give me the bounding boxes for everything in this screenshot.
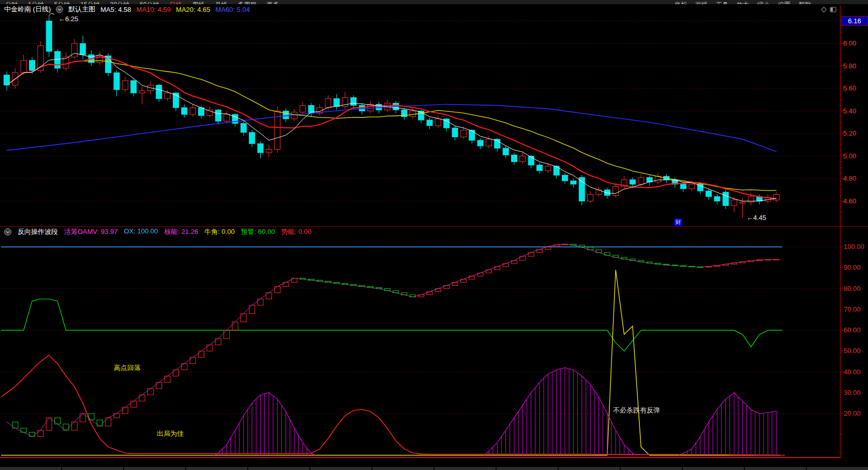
indicator-name[interactable]: 反向操作波段 [18,227,58,237]
oamv-boxes [12,244,780,437]
scrollbar-segment[interactable] [683,467,744,470]
time-axis: 2023/07/27/四 91011 日线 [0,458,868,467]
ma-value-label: MA5: 4.58 [100,6,131,13]
indicator-values: 活筹OAMV: 93.97OX: 100.00核能: 21.26牛角: 0.00… [64,227,311,237]
scrollbar-segment[interactable] [621,467,682,470]
main-layout-label[interactable]: 默认主图 [68,5,95,14]
scrollbar-segment[interactable] [559,467,620,470]
ma-legend: MA5: 4.58MA10: 4.59MA20: 4.65MA60: 5.04 [100,6,250,13]
indicator-field: 活筹OAMV: 93.97 [64,227,118,237]
ma-lines [7,13,776,201]
sub-tick-label: 40.00 [844,368,867,376]
ma-value-label: MA10: 4.59 [137,6,171,13]
note-no-panic-sell: 不必杀跌有反弹 [613,406,660,415]
low-price-annotation: ←4.45 [746,214,766,222]
ma-value-label: MA60: 5.04 [216,6,250,13]
sub-tick-label: 50.00 [844,347,867,355]
indicator-field: 核能: 21.26 [164,227,198,237]
price-tick-label: 5.80 [843,62,867,70]
indicator-bar: 反向操作波段 活筹OAMV: 93.97OX: 100.00核能: 21.26牛… [4,228,311,236]
sub-tick-label: 70.00 [844,305,867,313]
financial-report-marker[interactable]: 财 [674,218,682,226]
price-tick-label: 5.40 [843,107,867,115]
scrollbar-segment[interactable] [0,467,61,470]
chevron-circle-icon[interactable] [4,228,11,236]
scrollbar-segment[interactable] [62,467,123,470]
chevron-down-icon[interactable] [56,6,63,13]
sub-tick-label: 100.00 [844,243,867,251]
hean-mountains [214,368,776,455]
diamond-icon[interactable] [820,6,827,15]
split-panel-icon[interactable] [830,6,837,15]
sub-series [1,244,785,456]
scrollbar-segment[interactable] [807,467,868,470]
scrollbar-segment[interactable] [435,467,496,470]
sub-tick-label: 60.00 [844,326,867,334]
app-window: 分时1分钟5分钟15分钟30分钟60分钟日线周线月线多周期更多 坐标画线工具放大… [0,0,868,470]
ma-value-label: MA20: 4.65 [176,6,211,13]
scrollbar-segment[interactable] [186,467,247,470]
stock-title: 中金岭南 (日线) [4,5,51,14]
price-tick-label: 6.00 [843,39,867,47]
price-tick-label: 5.20 [843,129,867,137]
indicator-field: 牛角: 0.00 [204,227,235,237]
bottom-scrollbar[interactable] [0,467,868,470]
price-tick-label: 5.60 [843,84,867,92]
sub-tick-label: 20.00 [844,409,867,417]
scrollbar-segment[interactable] [124,467,185,470]
scrollbar-segment[interactable] [372,467,433,470]
price-tick-label: 4.80 [843,174,867,182]
indicator-field: 势能: 0.00 [281,227,311,237]
indicator-field: 预警: 60.00 [241,227,275,237]
title-bar: 中金岭南 (日线) 默认主图 MA5: 4.58MA10: 4.59MA20: … [4,5,250,14]
note-exit-better: 出局为佳 [157,429,184,438]
candles-layer [4,16,780,218]
indicator-field: OX: 100.00 [124,227,158,237]
sub-tick-label: 90.00 [844,263,867,271]
scrollbar-segment[interactable] [248,467,309,470]
high-price-annotation: ←6.25 [58,15,78,23]
axis-top-price-label: 6.16 [841,16,868,26]
price-tick-label: 5.00 [843,152,867,160]
scrollbar-segment[interactable] [497,467,558,470]
price-tick-label: 4.60 [843,197,867,205]
note-high-pullback: 高点回落 [114,363,141,373]
sub-tick-label: 80.00 [844,285,867,292]
sub-tick-label: 30.00 [844,389,867,396]
scrollbar-segment[interactable] [310,467,371,470]
scrollbar-segment[interactable] [745,467,806,470]
